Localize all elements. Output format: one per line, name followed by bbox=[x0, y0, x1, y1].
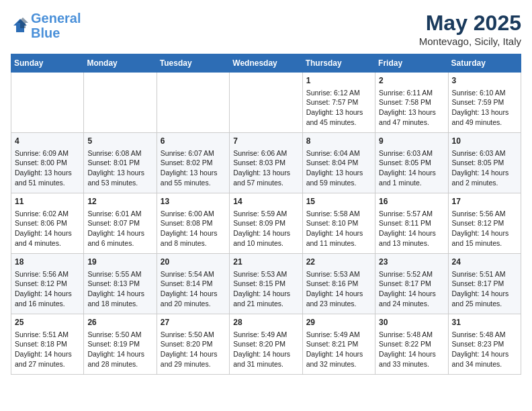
day-number: 24 bbox=[452, 257, 517, 268]
day-number: 31 bbox=[452, 317, 517, 328]
calendar-cell: 17Sunrise: 5:56 AMSunset: 8:12 PMDayligh… bbox=[448, 193, 521, 254]
calendar-cell: 14Sunrise: 5:59 AMSunset: 8:09 PMDayligh… bbox=[230, 193, 302, 254]
calendar-cell bbox=[230, 73, 302, 133]
calendar-cell: 19Sunrise: 5:55 AMSunset: 8:13 PMDayligh… bbox=[84, 254, 157, 314]
day-number: 7 bbox=[233, 136, 298, 147]
day-number: 6 bbox=[161, 136, 226, 147]
month-title: May 2025 bbox=[419, 11, 521, 36]
calendar-cell: 27Sunrise: 5:50 AMSunset: 8:20 PMDayligh… bbox=[157, 314, 229, 375]
logo-text: GeneralBlue bbox=[31, 11, 81, 40]
page-header: GeneralBlue May 2025 Montevago, Sicily, … bbox=[11, 11, 521, 47]
day-number: 10 bbox=[452, 136, 517, 147]
weekday-header: Friday bbox=[375, 54, 448, 73]
day-number: 12 bbox=[87, 196, 152, 208]
day-number: 23 bbox=[379, 257, 444, 268]
day-number: 16 bbox=[379, 196, 444, 208]
day-number: 15 bbox=[306, 196, 371, 208]
calendar-week-row: 11Sunrise: 6:02 AMSunset: 8:06 PMDayligh… bbox=[11, 193, 521, 254]
calendar-week-row: 18Sunrise: 5:56 AMSunset: 8:12 PMDayligh… bbox=[11, 254, 521, 314]
title-block: May 2025 Montevago, Sicily, Italy bbox=[419, 11, 521, 47]
day-number: 18 bbox=[15, 257, 80, 268]
day-number: 26 bbox=[87, 317, 152, 328]
day-number: 3 bbox=[452, 75, 517, 87]
day-number: 13 bbox=[161, 196, 226, 208]
calendar-cell: 23Sunrise: 5:52 AMSunset: 8:17 PMDayligh… bbox=[375, 254, 448, 314]
calendar-week-row: 4Sunrise: 6:09 AMSunset: 8:00 PMDaylight… bbox=[11, 133, 521, 193]
calendar-cell: 2Sunrise: 6:11 AMSunset: 7:58 PMDaylight… bbox=[375, 73, 448, 133]
day-number: 14 bbox=[233, 196, 298, 208]
calendar-cell: 9Sunrise: 6:03 AMSunset: 8:05 PMDaylight… bbox=[375, 133, 448, 193]
weekday-header: Saturday bbox=[448, 54, 521, 73]
calendar-cell: 31Sunrise: 5:48 AMSunset: 8:23 PMDayligh… bbox=[448, 314, 521, 375]
calendar-cell: 20Sunrise: 5:54 AMSunset: 8:14 PMDayligh… bbox=[157, 254, 229, 314]
calendar-cell: 21Sunrise: 5:53 AMSunset: 8:15 PMDayligh… bbox=[230, 254, 302, 314]
weekday-header: Sunday bbox=[11, 54, 84, 73]
calendar-week-row: 25Sunrise: 5:51 AMSunset: 8:18 PMDayligh… bbox=[11, 314, 521, 375]
calendar-cell: 15Sunrise: 5:58 AMSunset: 8:10 PMDayligh… bbox=[302, 193, 375, 254]
weekday-header-row: SundayMondayTuesdayWednesdayThursdayFrid… bbox=[11, 54, 521, 73]
weekday-header: Monday bbox=[84, 54, 157, 73]
calendar-cell: 8Sunrise: 6:04 AMSunset: 8:04 PMDaylight… bbox=[302, 133, 375, 193]
day-number: 25 bbox=[15, 317, 80, 328]
calendar-cell: 11Sunrise: 6:02 AMSunset: 8:06 PMDayligh… bbox=[11, 193, 84, 254]
day-number: 30 bbox=[379, 317, 444, 328]
calendar-cell: 10Sunrise: 6:03 AMSunset: 8:05 PMDayligh… bbox=[448, 133, 521, 193]
logo-icon bbox=[11, 16, 30, 35]
location: Montevago, Sicily, Italy bbox=[419, 36, 521, 47]
calendar-cell: 16Sunrise: 5:57 AMSunset: 8:11 PMDayligh… bbox=[375, 193, 448, 254]
day-number: 27 bbox=[161, 317, 226, 328]
calendar-cell: 4Sunrise: 6:09 AMSunset: 8:00 PMDaylight… bbox=[11, 133, 84, 193]
calendar-cell: 26Sunrise: 5:50 AMSunset: 8:19 PMDayligh… bbox=[84, 314, 157, 375]
day-number: 19 bbox=[87, 257, 152, 268]
calendar-cell: 30Sunrise: 5:48 AMSunset: 8:22 PMDayligh… bbox=[375, 314, 448, 375]
day-number: 22 bbox=[306, 257, 371, 268]
calendar-cell: 3Sunrise: 6:10 AMSunset: 7:59 PMDaylight… bbox=[448, 73, 521, 133]
calendar-cell: 28Sunrise: 5:49 AMSunset: 8:20 PMDayligh… bbox=[230, 314, 302, 375]
calendar-cell: 7Sunrise: 6:06 AMSunset: 8:03 PMDaylight… bbox=[230, 133, 302, 193]
calendar-cell bbox=[84, 73, 157, 133]
weekday-header: Tuesday bbox=[157, 54, 229, 73]
calendar-cell bbox=[157, 73, 229, 133]
calendar-cell: 13Sunrise: 6:00 AMSunset: 8:08 PMDayligh… bbox=[157, 193, 229, 254]
calendar-cell: 24Sunrise: 5:51 AMSunset: 8:17 PMDayligh… bbox=[448, 254, 521, 314]
day-number: 28 bbox=[233, 317, 298, 328]
weekday-header: Wednesday bbox=[230, 54, 302, 73]
calendar-cell: 25Sunrise: 5:51 AMSunset: 8:18 PMDayligh… bbox=[11, 314, 84, 375]
day-number: 9 bbox=[379, 136, 444, 147]
day-number: 20 bbox=[161, 257, 226, 268]
calendar-cell: 6Sunrise: 6:07 AMSunset: 8:02 PMDaylight… bbox=[157, 133, 229, 193]
calendar-cell: 29Sunrise: 5:49 AMSunset: 8:21 PMDayligh… bbox=[302, 314, 375, 375]
day-number: 5 bbox=[87, 136, 152, 147]
calendar-week-row: 1Sunrise: 6:12 AMSunset: 7:57 PMDaylight… bbox=[11, 73, 521, 133]
day-number: 1 bbox=[306, 75, 371, 87]
calendar-cell: 18Sunrise: 5:56 AMSunset: 8:12 PMDayligh… bbox=[11, 254, 84, 314]
day-number: 8 bbox=[306, 136, 371, 147]
day-number: 2 bbox=[379, 75, 444, 87]
logo: GeneralBlue bbox=[11, 11, 81, 40]
day-number: 21 bbox=[233, 257, 298, 268]
calendar-table: SundayMondayTuesdayWednesdayThursdayFrid… bbox=[11, 54, 521, 375]
calendar-cell bbox=[11, 73, 84, 133]
day-number: 17 bbox=[452, 196, 517, 208]
day-number: 11 bbox=[15, 196, 80, 208]
day-number: 4 bbox=[15, 136, 80, 147]
calendar-cell: 5Sunrise: 6:08 AMSunset: 8:01 PMDaylight… bbox=[84, 133, 157, 193]
calendar-cell: 1Sunrise: 6:12 AMSunset: 7:57 PMDaylight… bbox=[302, 73, 375, 133]
day-number: 29 bbox=[306, 317, 371, 328]
calendar-cell: 12Sunrise: 6:01 AMSunset: 8:07 PMDayligh… bbox=[84, 193, 157, 254]
weekday-header: Thursday bbox=[302, 54, 375, 73]
calendar-cell: 22Sunrise: 5:53 AMSunset: 8:16 PMDayligh… bbox=[302, 254, 375, 314]
